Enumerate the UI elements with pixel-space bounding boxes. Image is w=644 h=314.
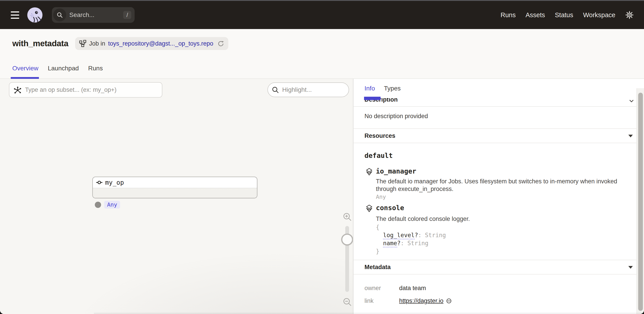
config-field-type: String <box>425 232 446 239</box>
op-node-header: my_op <box>93 177 257 188</box>
side-tab-types[interactable]: Types <box>384 79 401 98</box>
zoom-in-icon[interactable] <box>342 212 352 222</box>
job-location-badge: Job in toys_repository@dagst..._op_toys.… <box>75 37 228 50</box>
refresh-icon[interactable] <box>217 40 224 47</box>
resource-group-name: default <box>364 152 393 159</box>
metadata-label: Metadata <box>364 264 391 271</box>
config-field-name[interactable]: name <box>383 240 397 247</box>
dagster-logo-icon[interactable] <box>27 7 43 23</box>
description-divider <box>354 106 636 107</box>
nav-link-runs[interactable]: Runs <box>501 11 516 19</box>
menu-icon[interactable] <box>11 11 19 19</box>
resource-description: The default io manager for Jobs. Uses fi… <box>376 177 635 193</box>
nav-links: Runs Assets Status Workspace <box>501 11 616 19</box>
config-close-brace: } <box>376 247 446 255</box>
config-field-log-level: log_level?:String <box>376 231 446 239</box>
resource-icon <box>365 168 373 176</box>
job-badge-prefix: Job in <box>89 40 105 47</box>
op-node-name: my_op <box>105 179 124 186</box>
section-header-metadata[interactable]: Metadata <box>354 260 636 275</box>
op-node-body <box>93 188 257 198</box>
op-subset-field <box>9 82 162 98</box>
page-title: with_metadata <box>12 39 68 48</box>
active-tab-underline <box>364 97 380 100</box>
op-icon <box>96 179 103 186</box>
config-schema: { log_level?:String name?:String } <box>376 223 446 255</box>
op-node-my-op[interactable]: my_op <box>92 177 258 198</box>
description-body: No description provided <box>364 113 428 120</box>
metadata-value-link: https://dagster.io <box>399 298 452 305</box>
zoom-slider-handle[interactable] <box>341 234 353 245</box>
resources-label: Resources <box>364 133 395 139</box>
scrollbar-thumb[interactable] <box>638 93 643 311</box>
op-output-type-badge[interactable]: Any <box>104 201 120 209</box>
config-field-optional: ? <box>397 240 401 247</box>
op-graph-panel: my_op Any <box>0 79 353 314</box>
op-subset-input[interactable] <box>9 82 162 98</box>
op-selector-icon <box>14 86 22 94</box>
gear-icon[interactable] <box>625 11 634 19</box>
chevron-down-icon <box>628 98 635 104</box>
logger-icon <box>365 204 373 212</box>
resource-name-io-manager: io_manager <box>376 167 416 175</box>
caret-down-icon <box>628 266 633 269</box>
highlight-search-icon <box>272 86 279 94</box>
highlight-field <box>268 82 349 97</box>
logger-name-console: console <box>376 204 404 212</box>
search-icon <box>53 8 66 21</box>
job-repo-link[interactable]: toys_repository@dagst..._op_toys.repo <box>108 40 213 47</box>
logger-description: The default colored console logger. <box>376 215 635 223</box>
tab-overview[interactable]: Overview <box>12 58 38 78</box>
content-area: my_op Any Descriptio <box>0 79 644 314</box>
nav-link-assets[interactable]: Assets <box>526 11 545 19</box>
op-output-port <box>95 202 101 208</box>
highlight-input[interactable] <box>268 82 349 97</box>
link-icon <box>446 298 452 304</box>
caret-down-icon <box>628 134 633 138</box>
dagster-app-window: / Runs Assets Status Workspace with_meta… <box>0 0 644 314</box>
nav-link-status[interactable]: Status <box>555 11 573 19</box>
tab-launchpad[interactable]: Launchpad <box>48 58 79 78</box>
side-tab-info[interactable]: Info <box>364 79 375 98</box>
metadata-value-owner: data team <box>399 285 426 292</box>
metadata-key-link: link <box>364 298 374 305</box>
dagster-io-link[interactable]: https://dagster.io <box>399 298 444 305</box>
config-field-type: String <box>408 240 428 247</box>
info-side-panel: Description Info Types No description pr… <box>354 79 644 314</box>
metadata-key-owner: owner <box>364 285 381 292</box>
page-header: with_metadata Job in toys_repository@dag… <box>0 29 644 58</box>
config-field-name-row: name?:String <box>376 239 446 247</box>
config-field-optional: ? <box>414 232 418 239</box>
config-field-sep: : <box>400 240 404 247</box>
zoom-out-icon[interactable] <box>342 297 352 307</box>
global-search[interactable]: / <box>52 7 134 23</box>
nav-link-workspace[interactable]: Workspace <box>583 11 616 19</box>
top-navbar: / Runs Assets Status Workspace <box>0 1 644 29</box>
resource-config-type: Any <box>376 194 386 200</box>
config-field-name[interactable]: log_level <box>383 232 414 239</box>
config-field-sep: : <box>418 232 422 239</box>
config-open-brace: { <box>376 223 446 231</box>
section-header-resources[interactable]: Resources <box>354 128 636 143</box>
search-shortcut-key: / <box>123 11 131 19</box>
tab-runs[interactable]: Runs <box>88 58 103 78</box>
search-input[interactable] <box>66 11 123 18</box>
job-icon <box>79 40 86 47</box>
page-tabs: Overview Launchpad Runs <box>0 58 644 79</box>
